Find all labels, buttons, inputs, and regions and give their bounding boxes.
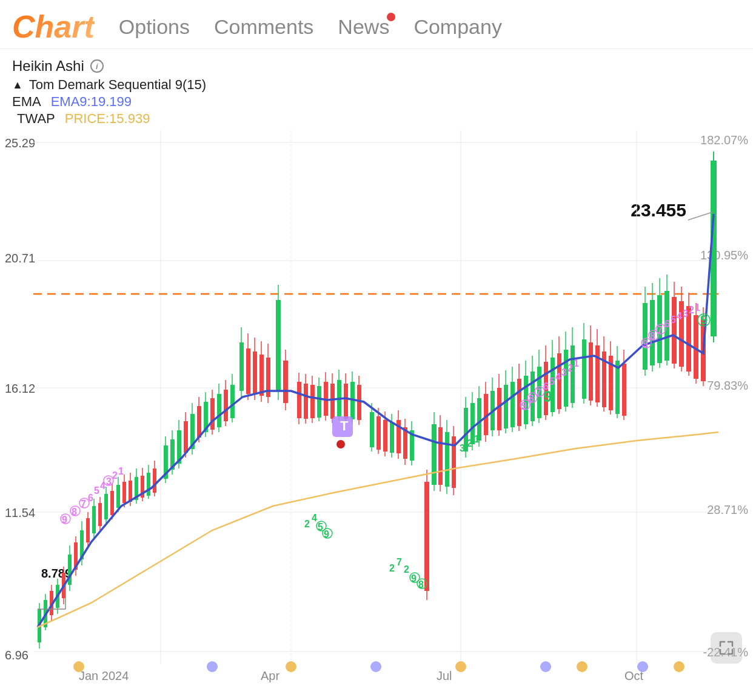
svg-text:2: 2 <box>112 470 118 481</box>
nav-item-options[interactable]: Options <box>119 15 190 39</box>
svg-point-264 <box>370 661 381 672</box>
triangle-icon: ▲ <box>12 79 23 92</box>
svg-text:2: 2 <box>689 305 694 315</box>
svg-text:5: 5 <box>94 485 99 496</box>
svg-text:1: 1 <box>695 302 700 313</box>
svg-text:4: 4 <box>312 513 317 523</box>
nav-bar: Chart Options Comments News Company <box>0 0 753 49</box>
svg-text:9: 9 <box>543 387 552 405</box>
svg-text:5: 5 <box>671 315 676 325</box>
svg-text:4: 4 <box>677 311 682 321</box>
svg-text:5: 5 <box>549 376 555 387</box>
svg-point-267 <box>577 661 587 672</box>
nav-item-comments[interactable]: Comments <box>214 15 313 39</box>
svg-point-257 <box>336 440 345 448</box>
svg-text:4: 4 <box>555 372 561 382</box>
svg-text:2: 2 <box>467 438 472 448</box>
svg-text:3: 3 <box>683 308 688 319</box>
svg-text:6: 6 <box>664 319 670 329</box>
svg-text:1: 1 <box>118 466 124 476</box>
news-notification-dot <box>387 13 395 21</box>
svg-text:2: 2 <box>404 564 409 575</box>
svg-text:3: 3 <box>561 367 567 378</box>
ema-label: EMA <box>12 94 41 110</box>
svg-text:1: 1 <box>574 358 579 368</box>
svg-text:T: T <box>340 418 349 433</box>
svg-text:4: 4 <box>100 481 105 491</box>
svg-text:1: 1 <box>474 434 480 444</box>
nav-title-chart[interactable]: Chart <box>12 11 95 42</box>
svg-point-266 <box>540 661 551 672</box>
svg-text:2: 2 <box>389 563 395 573</box>
svg-text:6: 6 <box>88 493 93 503</box>
nav-item-news[interactable]: News <box>338 15 389 39</box>
chart-type-label: Heikin Ashi <box>12 58 84 75</box>
fullscreen-button[interactable] <box>711 632 742 664</box>
svg-point-261 <box>73 661 84 672</box>
svg-text:7: 7 <box>397 557 402 567</box>
twap-label: TWAP <box>17 111 55 127</box>
ema-value: EMA9:19.199 <box>51 94 132 110</box>
svg-point-263 <box>286 661 296 672</box>
chart-header: Heikin Ashi i ▲ Tom Demark Sequential 9(… <box>0 49 753 130</box>
svg-point-269 <box>674 661 684 672</box>
info-icon[interactable]: i <box>90 59 104 73</box>
nav-item-company[interactable]: Company <box>413 15 502 39</box>
indicator-label: Tom Demark Sequential 9(15) <box>29 77 206 93</box>
svg-text:2: 2 <box>304 519 310 529</box>
svg-point-262 <box>207 661 218 672</box>
chart-area[interactable]: 25.29 20.71 16.12 11.54 6.96 182.07% 130… <box>0 130 753 700</box>
twap-value: PRICE:15.939 <box>65 111 150 127</box>
svg-line-258 <box>688 212 712 220</box>
chart-svg: 9 8 7 6 5 4 3 2 1 3 2 1 9 8 7 6 5 4 3 2 … <box>0 130 753 700</box>
svg-text:2: 2 <box>567 363 573 373</box>
svg-point-265 <box>455 661 466 672</box>
svg-point-268 <box>637 661 648 672</box>
svg-text:3: 3 <box>460 443 465 453</box>
